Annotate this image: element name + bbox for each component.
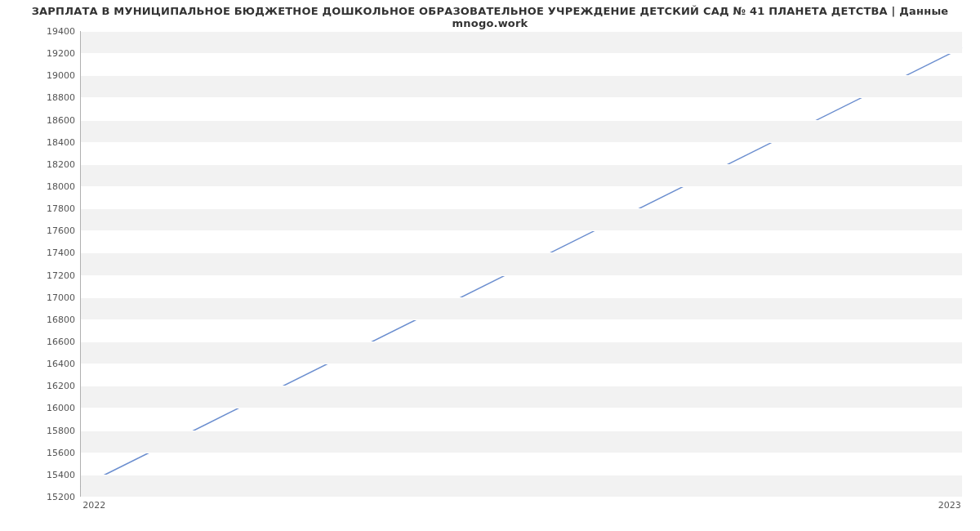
grid-band [81, 164, 962, 186]
y-tick-label: 17600 [26, 225, 75, 236]
gridline [81, 31, 962, 32]
gridline [81, 75, 962, 76]
gridline [81, 341, 962, 342]
gridline [81, 475, 962, 475]
y-tick-label: 19000 [26, 70, 75, 81]
gridline [81, 120, 962, 121]
y-tick-label: 17400 [26, 248, 75, 258]
y-tick-label: 18200 [26, 158, 75, 169]
gridline [81, 97, 962, 98]
y-tick-label: 16200 [26, 381, 75, 391]
grid-band [81, 208, 962, 230]
grid-band [81, 120, 962, 142]
grid-band [81, 252, 962, 274]
y-tick-label: 17800 [26, 203, 75, 214]
y-tick-label: 19200 [26, 48, 75, 59]
gridline [81, 252, 962, 253]
gridline [81, 408, 962, 408]
y-tick-label: 15600 [26, 447, 75, 457]
gridline [81, 453, 962, 453]
gridline [81, 431, 962, 431]
y-tick-label: 18600 [26, 114, 75, 125]
gridline [81, 142, 962, 143]
plot-area: 1520015400156001580016000162001640016600… [80, 31, 962, 497]
gridline [81, 275, 962, 276]
gridline [81, 319, 962, 320]
gridline [81, 230, 962, 231]
grid-band [81, 75, 962, 97]
gridline [81, 297, 962, 298]
y-tick-label: 15400 [26, 469, 75, 480]
y-tick-label: 18000 [26, 181, 75, 192]
y-tick-label: 18800 [26, 92, 75, 103]
gridline [81, 164, 962, 165]
y-tick-label: 18400 [26, 136, 75, 147]
gridline [81, 364, 962, 364]
grid-band [81, 341, 962, 364]
x-tick-label: 2022 [82, 500, 105, 511]
gridline [81, 386, 962, 386]
y-tick-label: 16000 [26, 403, 75, 413]
y-tick-label: 19400 [26, 26, 75, 37]
x-tick-label: 2023 [938, 500, 961, 511]
y-tick-label: 15200 [26, 492, 75, 502]
grid-band [81, 475, 962, 497]
y-tick-label: 17000 [26, 292, 75, 302]
y-tick-label: 15800 [26, 425, 75, 435]
y-tick-label: 16600 [26, 337, 75, 347]
gridline [81, 208, 962, 209]
grid-band [81, 431, 962, 453]
y-tick-label: 16400 [26, 359, 75, 369]
y-tick-label: 17200 [26, 270, 75, 280]
y-tick-label: 16800 [26, 314, 75, 324]
gridline [81, 186, 962, 187]
chart-container: ЗАРПЛАТА В МУНИЦИПАЛЬНОЕ БЮДЖЕТНОЕ ДОШКО… [0, 0, 980, 531]
grid-band [81, 386, 962, 408]
grid-band [81, 297, 962, 319]
gridline [81, 53, 962, 54]
chart-title: ЗАРПЛАТА В МУНИЦИПАЛЬНОЕ БЮДЖЕТНОЕ ДОШКО… [0, 5, 980, 29]
grid-band [81, 31, 962, 53]
